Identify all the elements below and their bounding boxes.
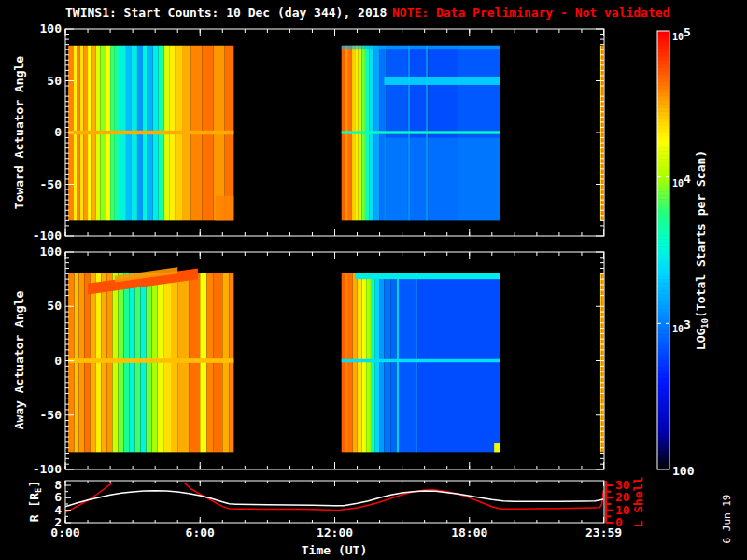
- away-y-tick-label: 50: [47, 299, 62, 314]
- heatmap-stripe: [600, 273, 602, 452]
- heatmap-feature: [68, 358, 233, 363]
- l-shell-line: [184, 483, 603, 510]
- colorbar-tick-label: 105: [672, 25, 691, 45]
- colorbar-tick-label: 103: [672, 317, 691, 337]
- away-heatmap: [68, 267, 603, 452]
- orbit-lines: [65, 483, 603, 512]
- heatmap-feature: [68, 131, 233, 134]
- toward-y-tick-label: -50: [40, 177, 62, 192]
- toward-y-tick-label: 100: [40, 21, 62, 36]
- away-y-tick-label: -50: [40, 408, 62, 423]
- heatmap-feature: [342, 131, 500, 133]
- away-y-axis-label: Away Actuator Angle: [12, 291, 27, 430]
- x-tick-label: 6:00: [186, 525, 215, 540]
- l-shell-axis: [606, 481, 613, 523]
- heatmap-feature: [384, 77, 500, 85]
- colorbar-tick-label: 100: [672, 464, 694, 479]
- figure: TWINS1: Start Counts: 10 Dec (day 344), …: [0, 0, 747, 560]
- heatmap-feature: [384, 138, 500, 221]
- x-tick-label: 12:00: [317, 525, 353, 540]
- r-distance-line: [65, 491, 603, 507]
- away-y-tick-label: -100: [33, 462, 62, 477]
- toward-y-tick-label: 0: [54, 125, 62, 140]
- heatmap-feature: [216, 196, 233, 221]
- l-shell-axis-label: L Shell: [631, 477, 646, 528]
- x-tick-label: 18:00: [451, 525, 487, 540]
- colorbar-label: LOG10(Total Starts per Scan): [694, 150, 713, 350]
- away-y-tick-label: 100: [40, 245, 62, 259]
- heatmap-feature: [494, 443, 500, 452]
- l-shell-tick-label: 0: [615, 515, 623, 530]
- heatmap-feature: [342, 46, 500, 49]
- heatmap-stripe: [602, 273, 604, 452]
- toward-y-axis-label: Toward Actuator Angle: [12, 56, 27, 209]
- x-axis-label: Time (UT): [302, 543, 367, 558]
- r-axis-label: R [RE]: [27, 481, 47, 523]
- datestamp: 6 Jun 19: [720, 495, 735, 544]
- colorbar-gradient: [657, 31, 669, 470]
- heatmap-feature: [342, 359, 500, 362]
- toward-heatmap: [68, 46, 603, 221]
- away-y-tick-label: 0: [54, 354, 62, 369]
- heatmap-feature: [355, 273, 500, 279]
- l-shell-line: [65, 483, 112, 512]
- toward-y-tick-label: -100: [33, 229, 62, 244]
- toward-y-tick-label: 50: [47, 74, 62, 89]
- colorbar-tick-label: 104: [672, 172, 691, 191]
- r-tick-label: 2: [54, 515, 62, 530]
